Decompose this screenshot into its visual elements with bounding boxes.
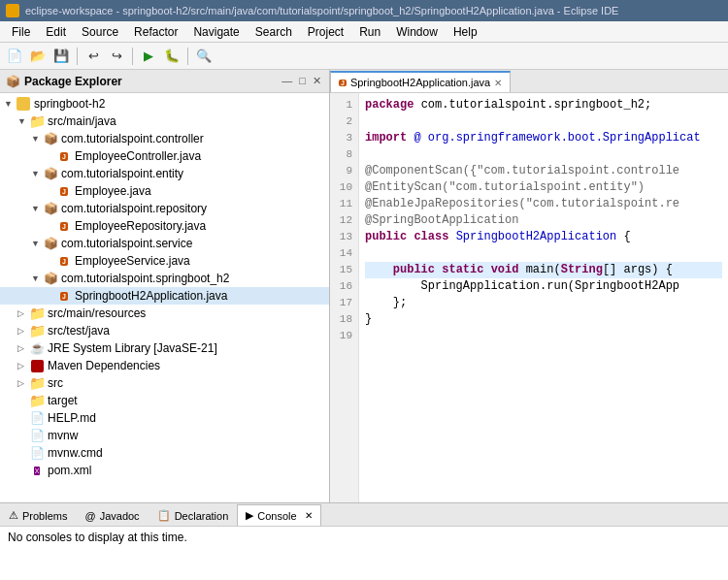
line-num-17: 17 [334,295,352,311]
tree-icon-package: 📦 [43,166,58,181]
menu-edit[interactable]: Edit [38,23,74,41]
menu-refactor[interactable]: Refactor [126,23,185,41]
tree-item-pom[interactable]: Xpom.xml [0,462,329,479]
tree-label: pom.xml [48,464,91,477]
tree-arrow: ▷ [17,378,29,388]
tree-item-src-test-java[interactable]: ▷📁src/test/java [0,322,329,339]
tree-item-target[interactable]: 📁target [0,392,329,409]
panel-controls: — □ ✕ [280,75,323,87]
tree-label: HELP.md [48,411,96,425]
panel-maximize[interactable]: □ [297,75,308,87]
tree-icon-java: J [56,218,72,234]
problems-icon: ⚠ [9,509,18,522]
tree-item-EmployeeService[interactable]: JEmployeeService.java [0,252,329,270]
tree-icon-folder: 📁 [29,393,45,408]
toolbar: 📄 📂 💾 ↩ ↪ ▶ 🐛 🔍 [0,43,728,70]
tree-icon-maven [29,358,45,373]
menu-run[interactable]: Run [351,23,388,41]
menu-project[interactable]: Project [300,23,351,41]
menu-help[interactable]: Help [446,23,485,41]
tab-declaration[interactable]: 📋 Declaration [149,504,238,526]
tree-item-pkg-service[interactable]: ▼📦com.tutorialspoint.service [0,235,329,252]
tree-icon-package: 📦 [43,271,58,286]
toolbar-save[interactable]: 💾 [50,46,72,67]
tab-icon: J [339,80,347,86]
menu-source[interactable]: Source [74,23,126,41]
tab-close[interactable]: ✕ [494,78,502,88]
tree-item-HELP[interactable]: 📄HELP.md [0,409,329,427]
tab-label: SpringbootH2Application.java [350,77,490,88]
line-num-14: 14 [334,245,352,262]
line-num-18: 18 [334,311,352,328]
tree-arrow: ▷ [17,308,29,318]
code-editor[interactable]: 1238910111213141516171819 package com.tu… [330,93,728,502]
tree-icon-java: J [56,253,72,269]
tree-item-pkg-controller[interactable]: ▼📦com.tutorialspoint.controller [0,130,329,147]
menu-file[interactable]: File [4,23,38,41]
tab-problems[interactable]: ⚠ Problems [0,504,76,526]
tree-arrow: ▼ [17,116,29,126]
tree-item-maven[interactable]: ▷Maven Dependencies [0,357,329,374]
toolbar-sep-1 [77,48,78,65]
line-num-8: 8 [334,146,352,163]
bottom-tabs: ⚠ Problems @ Javadoc 📋 Declaration ▶ Con… [0,503,728,527]
tree-item-pkg-entity[interactable]: ▼📦com.tutorialspoint.entity [0,165,329,182]
tree-item-EmployeeController[interactable]: JEmployeeController.java [0,147,329,165]
tree-label: SpringbootH2Application.java [75,289,227,303]
tree-item-src-main-java[interactable]: ▼📁src/main/java [0,113,329,130]
tree-label: com.tutorialspoint.springboot_h2 [61,272,229,285]
toolbar-redo[interactable]: ↪ [106,46,127,67]
tree-icon-file: 📄 [29,410,45,426]
toolbar-open[interactable]: 📂 [27,46,49,67]
tree-item-jre[interactable]: ▷☕JRE System Library [JavaSE-21] [0,339,329,357]
tree-label: JRE System Library [JavaSE-21] [48,341,217,355]
tree-item-project[interactable]: ▼springboot-h2 [0,95,329,113]
tree-item-src[interactable]: ▷📁src [0,374,329,392]
toolbar-run[interactable]: ▶ [138,46,159,67]
console-icon: ▶ [246,509,253,522]
package-explorer-title: 📦 Package Explorer [6,75,122,88]
tree-item-src-main-resources[interactable]: ▷📁src/main/resources [0,305,329,322]
menu-navigate[interactable]: Navigate [185,23,247,41]
editor-tab-springboot[interactable]: J SpringbootH2Application.java ✕ [330,71,511,92]
tree-icon-package: 📦 [43,201,58,216]
tab-console[interactable]: ▶ Console ✕ [237,504,320,526]
line-num-3: 3 [334,130,352,146]
toolbar-undo[interactable]: ↩ [83,46,104,67]
panel-minimize[interactable]: — [280,75,294,87]
tree-label: Employee.java [75,184,151,198]
tree-icon-java: J [56,148,72,164]
tree-item-pkg-main[interactable]: ▼📦com.tutorialspoint.springboot_h2 [0,270,329,287]
tree-label: EmployeeRepository.java [75,219,206,233]
menu-window[interactable]: Window [388,23,446,41]
app-icon [6,4,19,17]
line-num-15: 15 [334,262,352,278]
tab-javadoc[interactable]: @ Javadoc [76,504,148,526]
code-line-18: } [365,311,722,328]
tree-item-pkg-repository[interactable]: ▼📦com.tutorialspoint.repository [0,200,329,217]
javadoc-label: Javadoc [100,510,140,522]
tree-arrow: ▼ [31,204,43,213]
tree-arrow: ▷ [17,326,29,336]
declaration-icon: 📋 [157,509,171,522]
bottom-panel: ⚠ Problems @ Javadoc 📋 Declaration ▶ Con… [0,502,728,580]
console-close[interactable]: ✕ [305,510,313,521]
toolbar-search[interactable]: 🔍 [193,46,215,67]
tree-item-mvnw-cmd[interactable]: 📄mvnw.cmd [0,444,329,462]
menu-search[interactable]: Search [248,23,300,41]
tree-item-mvnw[interactable]: 📄mvnw [0,427,329,444]
menubar: FileEditSourceRefactorNavigateSearchProj… [0,21,728,43]
toolbar-debug[interactable]: 🐛 [161,46,182,67]
tree-item-Employee[interactable]: JEmployee.java [0,182,329,200]
titlebar: eclipse-workspace - springboot-h2/src/ma… [0,0,728,21]
code-line-16: SpringApplication.run(SpringbootH2App [365,278,722,295]
tree-item-EmployeeRepository[interactable]: JEmployeeRepository.java [0,217,329,235]
tree-item-SpringbootH2App[interactable]: JSpringbootH2Application.java [0,287,329,305]
toolbar-new[interactable]: 📄 [4,46,25,67]
console-content: No consoles to display at this time. [0,527,728,580]
editor-tabs: J SpringbootH2Application.java ✕ [330,70,728,93]
line-num-2: 2 [334,113,352,130]
tree-icon-project [16,96,31,112]
panel-close[interactable]: ✕ [311,75,323,87]
console-label: Console [257,510,296,522]
